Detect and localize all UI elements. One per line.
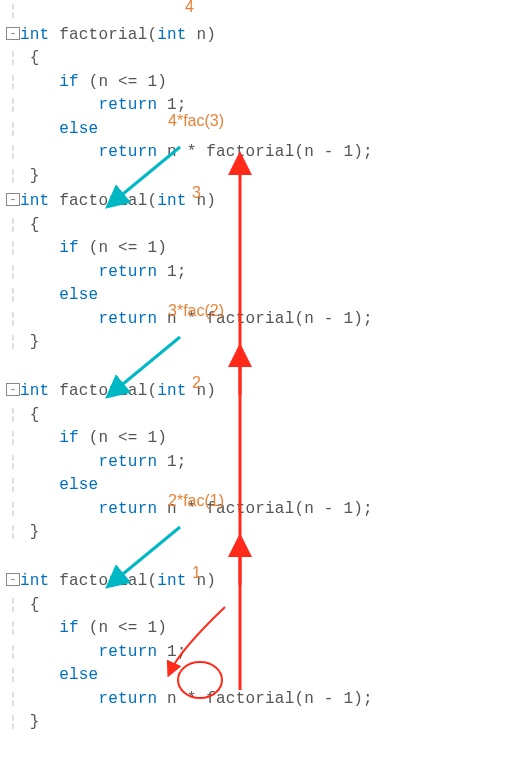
code-block-2: -int factorial(int n) ¦ { ¦ if (n <= 1) … (0, 190, 522, 355)
annot-arg-1: 1 (192, 564, 201, 582)
ret-expr: n * factorial(n - 1); (167, 143, 373, 161)
fold-minus-icon[interactable]: - (6, 27, 20, 40)
fold-minus-icon[interactable]: - (6, 573, 20, 586)
kw-return: return (98, 96, 157, 114)
code-block-3: -int factorial(int n) ¦ { ¦ if (n <= 1) … (0, 380, 522, 545)
kw-else: else (59, 120, 98, 138)
annot-arg-3: 3 (192, 184, 201, 202)
kw-if: if (59, 73, 79, 91)
annot-arg-2: 2 (192, 374, 201, 392)
code-block-4: -int factorial(int n) ¦ { ¦ if (n <= 1) … (0, 570, 522, 735)
fold-minus-icon[interactable]: - (6, 383, 20, 396)
brace-open: { (30, 49, 40, 67)
fold-minus-icon[interactable]: - (6, 193, 20, 206)
kw-int: int (20, 26, 49, 44)
annot-arg-4: 4 (185, 0, 194, 16)
kw-int: int (157, 26, 186, 44)
fn-name: factorial (59, 26, 147, 44)
cond: (n <= 1) (89, 73, 167, 91)
annot-call-3fac2: 3*fac(2) (168, 302, 224, 320)
code-block-1: ¦ -int factorial(int n) ¦ { ¦ if (n <= 1… (0, 0, 522, 188)
kw-return: return (98, 143, 157, 161)
param-n: n (196, 26, 206, 44)
annot-call-2fac1: 2*fac(1) (168, 492, 224, 510)
annot-call-4fac3: 4*fac(3) (168, 112, 224, 130)
brace-close: } (30, 167, 40, 185)
